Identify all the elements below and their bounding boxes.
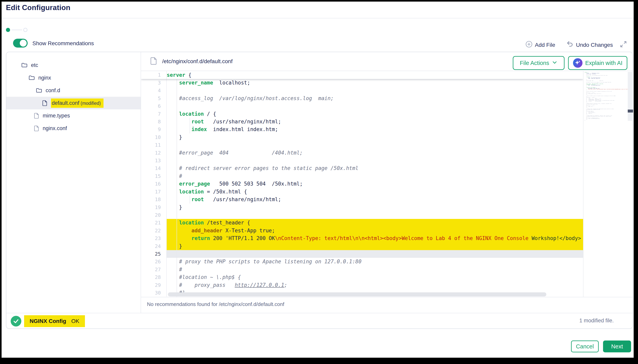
nginx-config-label: NGINX Config [30,318,66,324]
file-icon [34,113,39,119]
line-number: 15 [141,172,167,180]
code-line-28[interactable]: 28 #location ~ \.php$ { [141,274,583,281]
file-icon [150,57,157,66]
undo-changes-button[interactable]: Undo Changes [566,41,613,49]
folder-icon [36,88,42,93]
code-editor[interactable]: 1server { 3 server_name localhost;45 #ac… [141,71,583,297]
code-line-8[interactable]: 8 root /usr/share/nginx/html; [141,118,583,126]
code-line-21[interactable]: 21 location /test_header { [141,219,583,226]
code-text: root /usr/share/nginx/html; [167,118,583,126]
show-recommendations-label: Show Recommendations [33,40,94,46]
code-line-6[interactable]: 6 [141,102,583,110]
tree-item-label: etc [31,62,38,68]
code-text: add_header X-Test-App true; [167,227,583,234]
code-line-22[interactable]: 22 add_header X-Test-App true; [141,227,583,234]
undo-icon [566,41,574,49]
code-line-14[interactable]: 14 # redirect server error pages to the … [141,164,583,172]
explain-with-ai-label: Explain with AI [585,60,622,66]
line-number: 29 [141,281,167,289]
code-text: } [167,242,583,250]
explain-with-ai-button[interactable]: Explain with AI [568,56,627,70]
cancel-label: Cancel [576,343,594,350]
code-line-23[interactable]: 23 return 200 'HTTP/1.1 200 OK\nContent-… [141,234,583,242]
code-text: server { [167,71,583,79]
code-text: index index.html index.htm; [167,126,583,133]
line-number: 20 [141,211,167,219]
tree-item-nginx[interactable]: nginx [6,72,141,84]
code-line-13[interactable]: 13 [141,157,583,164]
code-line-29[interactable]: 29 # proxy_pass http://127.0.0.1; [141,281,583,289]
code-text: # [167,266,583,274]
code-line-25[interactable]: 25 [141,250,583,258]
code-line-15[interactable]: 15 # [141,172,583,180]
code-line-9[interactable]: 9 index index.html index.htm; [141,126,583,133]
status-bar: NGINX Config OK 1 modified file. [6,313,632,329]
line-number: 16 [141,180,167,188]
line-number: 19 [141,204,167,211]
tree-item-etc[interactable]: etc [6,59,141,72]
tree-item-default.conf[interactable]: default.conf (modified) [6,97,141,109]
stepper-step-1-active [6,28,10,32]
code-line-1[interactable]: 1server { [141,71,583,79]
code-line-19[interactable]: 19 } [141,204,583,211]
tree-item-label: mime.types [43,113,70,119]
horizontal-scrollbar-thumb[interactable] [168,292,546,296]
code-line-5[interactable]: 5 #access_log /var/log/nginx/host.access… [141,94,583,102]
code-text [167,87,583,94]
line-number: 8 [141,118,167,126]
tree-item-mime.types[interactable]: mime.types [6,109,141,122]
code-text: } [167,204,583,211]
file-actions-button[interactable]: File Actions [513,56,564,70]
code-text: location / { [167,110,583,118]
file-icon [34,125,39,132]
line-number: 23 [141,234,167,242]
minimap[interactable]: server { listen 80 default_server; serve… [585,72,631,122]
show-recommendations-toggle[interactable] [13,39,28,48]
file-actions-label: File Actions [520,60,549,66]
expand-icon[interactable] [620,41,627,48]
tree-item-conf.d[interactable]: conf.d [6,84,141,97]
indent-guide [190,196,190,204]
divider [141,297,632,297]
code-line-10[interactable]: 10 } [141,134,583,141]
code-line-16[interactable]: 16 error_page 500 502 503 504 /50x.html; [141,180,583,188]
code-text: location /test_header { [167,219,583,226]
cancel-button[interactable]: Cancel [571,340,599,352]
code-text: root /usr/share/nginx/html; [167,196,583,203]
tree-item-label: nginx [38,75,51,81]
code-line-11[interactable]: 11 [141,141,583,149]
code-text: # proxy_pass http://127.0.0.1; [167,281,583,289]
line-number: 7 [141,110,167,118]
screenshot-edge [0,0,638,2]
code-line-7[interactable]: 7 location / { [141,110,583,118]
line-number: 28 [141,274,167,281]
line-number: 24 [141,242,167,250]
screenshot-edge [0,0,2,364]
line-number: 17 [141,188,167,196]
divider [583,71,583,297]
configuration-panel: etcnginxconf.ddefault.conf (modified)mim… [6,52,633,329]
next-button[interactable]: Next [603,340,631,352]
code-text [167,157,583,164]
code-line-20[interactable]: 20 [141,211,583,219]
ai-sparkle-icon [573,58,582,68]
code-text: } [167,134,583,141]
code-line-17[interactable]: 17 location = /50x.html { [141,188,583,196]
vertical-scrollbar-track[interactable] [628,72,633,121]
line-number: 3 [141,79,167,87]
code-line-3[interactable]: 3 server_name localhost; [141,79,583,87]
code-line-27[interactable]: 27 # [141,266,583,274]
code-line-12[interactable]: 12 #error_page 404 /404.html; [141,149,583,157]
tree-item-label: conf.d [46,88,60,94]
code-line-4[interactable]: 4 [141,87,583,94]
code-text: return 200 'HTTP/1.1 200 OK\nContent-Typ… [167,234,583,242]
modified-badge: (modified) [79,101,101,106]
code-line-18[interactable]: 18 root /usr/share/nginx/html; [141,196,583,203]
code-line-24[interactable]: 24 } [141,242,583,250]
vertical-scrollbar-thumb[interactable] [628,110,633,112]
check-circle-icon [11,316,21,326]
tree-item-nginx.conf[interactable]: nginx.conf [6,122,141,134]
chevron-down-icon [552,60,557,66]
add-file-button[interactable]: Add File [525,41,555,49]
code-line-26[interactable]: 26 # proxy the PHP scripts to Apache lis… [141,258,583,266]
